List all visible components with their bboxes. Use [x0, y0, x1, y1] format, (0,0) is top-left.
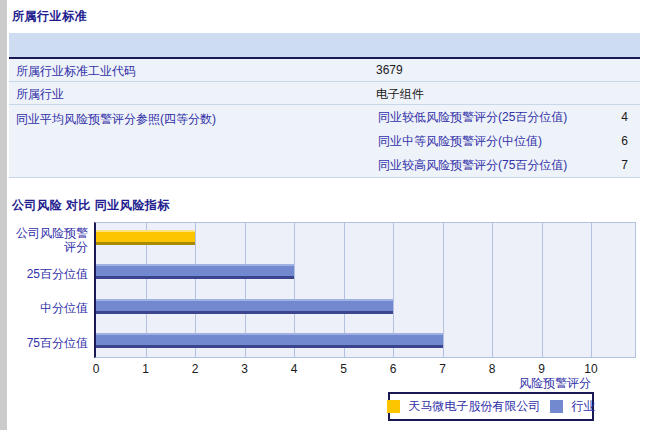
table-row-industry: 所属行业 电子组件 — [9, 82, 640, 105]
x-tick-label: 0 — [81, 362, 111, 376]
gridline — [492, 223, 493, 357]
category-label: 公司风险预警 评分 — [0, 223, 88, 257]
x-tick-label: 7 — [428, 362, 458, 376]
subrow-label: 同业较低风险预警评分(25百分位值) — [378, 109, 567, 126]
subrow-mid-risk: 同业中等风险预警评分(中位值) 6 — [378, 129, 628, 153]
x-tick-label: 9 — [527, 362, 557, 376]
row-label: 所属行业标准工业代码 — [16, 63, 136, 80]
legend-swatch-industry — [550, 400, 563, 413]
x-tick-label: 1 — [131, 362, 161, 376]
row-label: 同业平均风险预警评分参照(四等分数) — [16, 111, 216, 128]
subrow-high-risk: 同业较高风险预警评分(75百分位值) 7 — [378, 153, 628, 177]
section-title-industry-standard: 所属行业标准 — [12, 8, 87, 25]
x-tick-label: 5 — [329, 362, 359, 376]
x-tick-label: 4 — [279, 362, 309, 376]
subrow-label: 同业较高风险预警评分(75百分位值) — [378, 157, 567, 174]
bar-chart-plot-area — [94, 222, 636, 358]
gridline — [542, 223, 543, 357]
bar-25百分位值 — [96, 264, 294, 279]
row-value: 电子组件 — [376, 86, 424, 103]
gridline — [591, 223, 592, 357]
legend-swatch-company — [387, 400, 400, 413]
window-left-edge — [0, 0, 7, 430]
table-row-industry-code: 所属行业标准工业代码 3679 — [9, 59, 640, 82]
bar-75百分位值 — [96, 333, 443, 348]
category-label: 25百分位值 — [0, 257, 88, 291]
industry-standard-table: 所属行业标准工业代码 3679 所属行业 电子组件 同业平均风险预警评分参照(四… — [9, 33, 640, 178]
category-label: 75百分位值 — [0, 326, 88, 360]
x-axis-label: 风险预警评分 — [391, 375, 591, 392]
row-label: 所属行业 — [16, 86, 64, 103]
chart-legend: 天马微电子股份有限公司 行业 — [388, 392, 594, 421]
x-tick-label: 6 — [378, 362, 408, 376]
table-row-peer-scores: 同业平均风险预警评分参照(四等分数) 同业较低风险预警评分(25百分位值) 4 … — [9, 105, 640, 178]
table-header-band — [9, 33, 640, 59]
legend-label-company: 天马微电子股份有限公司 — [409, 398, 541, 415]
x-tick-label: 3 — [230, 362, 260, 376]
peer-score-subrows: 同业较低风险预警评分(25百分位值) 4 同业中等风险预警评分(中位值) 6 同… — [378, 105, 628, 177]
row-value: 3679 — [376, 63, 403, 77]
x-tick-label: 8 — [477, 362, 507, 376]
subrow-value: 6 — [621, 134, 628, 148]
x-tick-label: 10 — [576, 362, 606, 376]
x-tick-label: 2 — [180, 362, 210, 376]
bar-company-score — [96, 230, 195, 245]
subrow-value: 4 — [621, 110, 628, 124]
subrow-label: 同业中等风险预警评分(中位值) — [378, 133, 542, 150]
subrow-value: 7 — [621, 158, 628, 172]
section-title-risk-comparison: 公司风险 对比 同业风险指标 — [12, 197, 170, 214]
gridline — [443, 223, 444, 357]
legend-label-industry: 行业 — [572, 398, 596, 415]
bar-中分位值 — [96, 299, 393, 314]
subrow-low-risk: 同业较低风险预警评分(25百分位值) 4 — [378, 105, 628, 129]
category-label: 中分位值 — [0, 292, 88, 326]
